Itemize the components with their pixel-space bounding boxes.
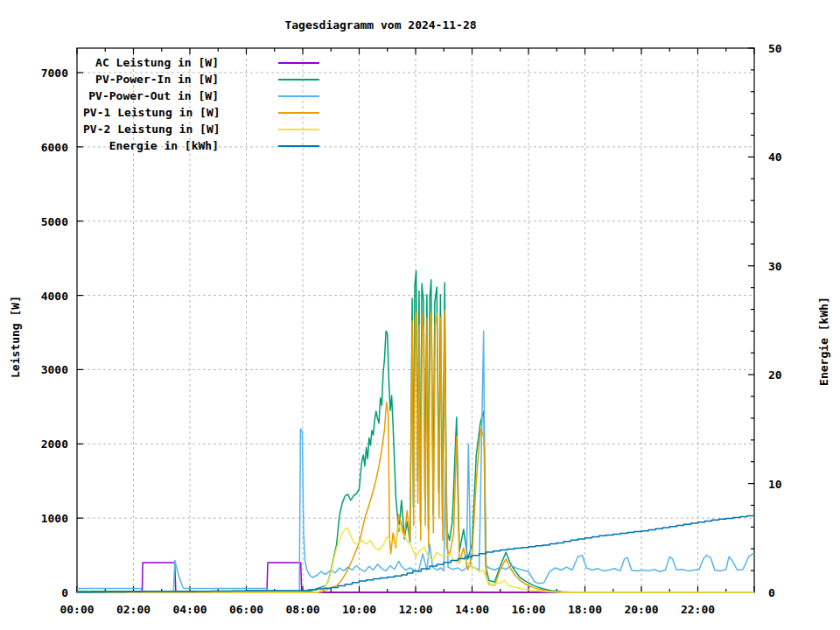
- legend-item-energie: Energie in [kWh]: [0, 137, 350, 154]
- y-left-tick-label: 3000: [41, 363, 68, 376]
- legend-item-pv-power-in: PV-Power-In in [W]: [0, 71, 350, 88]
- legend-label: PV-1 Leistung in [W]: [83, 104, 219, 121]
- legend-label: PV-2 Leistung in [W]: [83, 121, 219, 137]
- tagesdiagramm-chart: 00:0002:0004:0006:0008:0010:0012:0014:00…: [0, 0, 840, 630]
- x-tick-label: 22:00: [681, 603, 715, 616]
- legend-line-sample: [278, 112, 319, 114]
- legend-line-sample: [278, 145, 319, 147]
- x-tick-label: 20:00: [624, 603, 658, 616]
- legend-item-pv-power-out: PV-Power-Out in [W]: [0, 88, 350, 104]
- y-left-tick-label: 1000: [41, 512, 68, 525]
- y-right-tick-label: 20: [768, 368, 782, 382]
- x-tick-label: 08:00: [285, 603, 319, 616]
- legend-label: Energie in [kWh]: [83, 137, 219, 154]
- x-tick-label: 06:00: [229, 603, 263, 616]
- legend-line-sample: [278, 79, 319, 80]
- legend-line-sample: [278, 129, 319, 130]
- y-right-tick-label: 50: [768, 42, 782, 55]
- x-tick-label: 02:00: [116, 603, 150, 616]
- x-tick-label: 18:00: [568, 603, 602, 616]
- y-axis-label-left: Leistung [W]: [9, 296, 22, 378]
- y-right-tick-label: 30: [768, 260, 782, 273]
- chart-title: Tagesdiagramm vom 2024-11-28: [284, 18, 476, 32]
- y-axis-label-right: Energie [kWh]: [817, 297, 830, 386]
- legend-label: AC Leistung in [W]: [83, 54, 219, 71]
- x-tick-label: 16:00: [511, 603, 545, 616]
- legend-line-sample: [278, 95, 319, 97]
- x-tick-label: 14:00: [455, 603, 489, 616]
- x-tick-label: 10:00: [342, 603, 376, 616]
- legend-item-pv2: PV-2 Leistung in [W]: [0, 121, 350, 137]
- y-left-tick-label: 2000: [41, 438, 68, 451]
- y-left-tick-label: 0: [61, 586, 68, 599]
- y-right-tick-label: 40: [768, 150, 782, 164]
- x-tick-label: 12:00: [398, 603, 432, 616]
- legend-item-pv1: PV-1 Leistung in [W]: [0, 104, 350, 121]
- legend-item-ac: AC Leistung in [W]: [0, 54, 350, 71]
- y-left-tick-label: 5000: [41, 215, 68, 228]
- legend-line-sample: [278, 62, 319, 64]
- x-tick-label: 04:00: [172, 603, 206, 616]
- legend-label: PV-Power-In in [W]: [83, 71, 219, 88]
- y-left-tick-label: 4000: [41, 290, 68, 303]
- series-line-3: [77, 311, 754, 593]
- y-right-tick-label: 0: [768, 586, 775, 599]
- y-right-tick-label: 10: [768, 478, 782, 491]
- x-tick-label: 00:00: [60, 603, 94, 616]
- legend-label: PV-Power-Out in [W]: [83, 88, 219, 104]
